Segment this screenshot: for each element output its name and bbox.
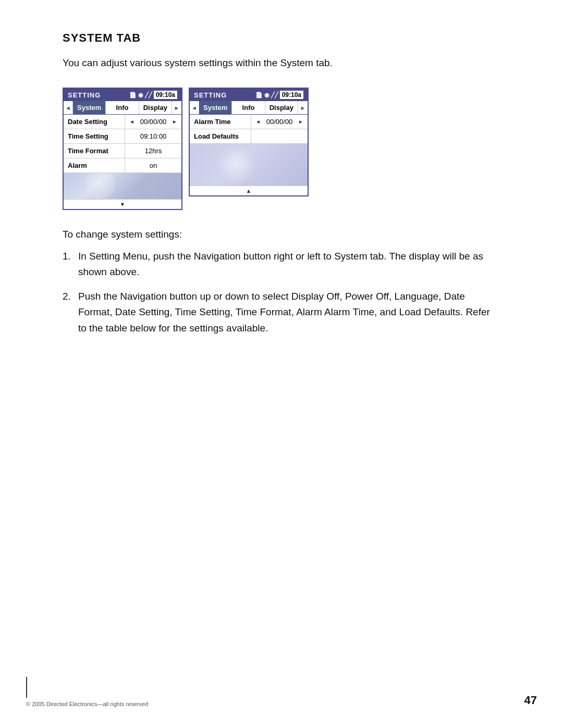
screen-left-decorative (64, 173, 181, 199)
left-arrow-date: ◄ (129, 119, 134, 125)
volume-icon: ◉ (138, 92, 143, 98)
signal-icon: ╱╱ (145, 92, 152, 98)
scroll-up-arrow-right[interactable]: ▲ (190, 186, 308, 195)
label-alarm: Alarm (64, 158, 125, 172)
instruction-2: 2. Push the Navigation button up or down… (63, 289, 500, 336)
instruction-1: 1. In Setting Menu, push the Navigation … (63, 249, 500, 280)
value-alarm-time: ◄ 00/00/00 ► (251, 115, 308, 129)
screen-left-tab-row: ◄ System Info Display ► (64, 101, 181, 115)
value-load-defaults (251, 129, 308, 143)
document-icon: 📄 (129, 92, 137, 98)
label-load-defaults: Load Defaults (190, 129, 251, 143)
screen-right-time: 09:10a (280, 91, 303, 99)
tab-right-arrow[interactable]: ► (172, 101, 181, 114)
scroll-down-arrow-left[interactable]: ▼ (64, 199, 181, 209)
instructions-list: 1. In Setting Menu, push the Navigation … (63, 249, 500, 336)
tab-display-left[interactable]: Display (139, 101, 172, 114)
tab-left-arrow[interactable]: ◄ (64, 101, 73, 114)
screen-right-status-icons: 📄 ◉ ╱╱ 09:10a (255, 91, 303, 99)
tab-system-left[interactable]: System (73, 101, 106, 114)
screen-left: SETTING 📄 ◉ ╱╱ 09:10a ◄ System Info Disp… (63, 88, 182, 210)
page-footer: © 2005 Directed Electronics—all rights r… (0, 677, 563, 707)
tab-right-arrow-right-screen[interactable]: ► (298, 101, 308, 114)
label-time-format: Time Format (64, 144, 125, 158)
footer-page-number: 47 (524, 694, 537, 707)
volume-icon-right: ◉ (264, 92, 270, 98)
screen-right: SETTING 📄 ◉ ╱╱ 09:10a ◄ System Info Disp… (189, 88, 309, 196)
value-alarm: on (125, 158, 181, 172)
screen-left-header: SETTING 📄 ◉ ╱╱ 09:10a (64, 89, 181, 101)
change-intro: To change system settings: (63, 229, 500, 240)
tab-display-right[interactable]: Display (265, 101, 298, 114)
intro-text: You can adjust various system settings w… (63, 57, 500, 69)
screen-left-status-icons: 📄 ◉ ╱╱ 09:10a (129, 91, 177, 99)
label-date-setting: Date Setting (64, 115, 125, 129)
left-arrow-alarm-time: ◄ (255, 119, 261, 125)
footer-copyright: © 2005 Directed Electronics—all rights r… (26, 701, 148, 707)
screen-right-header: SETTING 📄 ◉ ╱╱ 09:10a (190, 89, 308, 101)
instruction-2-num: 2. (63, 289, 78, 336)
tab-info-right[interactable]: Info (232, 101, 265, 114)
alarm-time-value: 00/00/00 (266, 118, 293, 126)
body-section: To change system settings: 1. In Setting… (63, 229, 500, 336)
instruction-1-text: In Setting Menu, push the Navigation but… (78, 249, 500, 280)
value-date-setting: ◄ 00/00/00 ► (125, 115, 181, 129)
footer-line (26, 677, 27, 698)
label-time-setting: Time Setting (64, 129, 125, 143)
value-time-format: 12hrs (125, 144, 181, 158)
screen-left-time: 09:10a (154, 91, 177, 99)
page-heading: SYSTEM TAB (63, 31, 500, 45)
instruction-1-num: 1. (63, 249, 78, 280)
screen-left-setting-label: SETTING (68, 91, 101, 99)
date-setting-value: 00/00/00 (140, 118, 167, 126)
row-load-defaults: Load Defaults (190, 129, 308, 144)
footer-left: © 2005 Directed Electronics—all rights r… (26, 677, 148, 707)
row-time-setting: Time Setting 09:10:00 (64, 129, 181, 144)
row-alarm: Alarm on (64, 158, 181, 173)
tab-system-right[interactable]: System (199, 101, 232, 114)
right-arrow-date: ► (172, 119, 177, 125)
label-alarm-time: Alarm Time (190, 115, 251, 129)
tab-left-arrow-right-screen[interactable]: ◄ (190, 101, 199, 114)
row-alarm-time: Alarm Time ◄ 00/00/00 ► (190, 115, 308, 129)
tab-info-left[interactable]: Info (106, 101, 139, 114)
document-icon-right: 📄 (255, 92, 263, 98)
screen-right-tab-row: ◄ System Info Display ► (190, 101, 308, 115)
screen-right-setting-label: SETTING (194, 91, 227, 99)
screen-right-decorative (190, 144, 308, 186)
signal-icon-right: ╱╱ (271, 92, 278, 98)
right-arrow-alarm-time: ► (298, 119, 303, 125)
row-date-setting: Date Setting ◄ 00/00/00 ► (64, 115, 181, 129)
value-time-setting: 09:10:00 (125, 129, 181, 143)
row-time-format: Time Format 12hrs (64, 144, 181, 158)
instruction-2-text: Push the Navigation button up or down to… (78, 289, 500, 336)
screenshots-container: SETTING 📄 ◉ ╱╱ 09:10a ◄ System Info Disp… (63, 88, 500, 210)
